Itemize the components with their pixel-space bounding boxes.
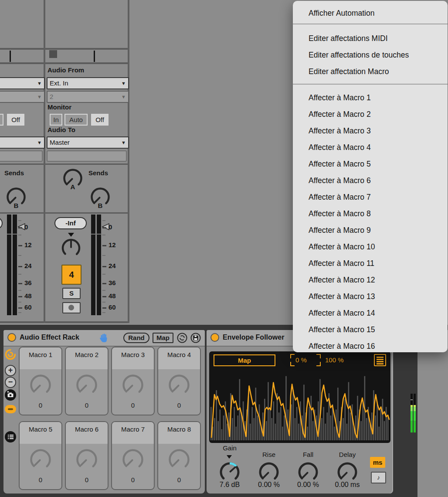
sends-label: Sends: [4, 169, 24, 177]
show-macros-icon[interactable]: [5, 405, 16, 413]
ms-mode-button[interactable]: ms: [370, 457, 385, 468]
macro-knob[interactable]: [75, 373, 99, 397]
macro-label: Macro 2: [66, 351, 108, 358]
rise-value[interactable]: 0.00 %: [250, 481, 288, 489]
output-dropdown[interactable]: ▼: [0, 136, 45, 149]
send-b-knob[interactable]: B: [89, 186, 112, 208]
menu-item-map-to-macro[interactable]: Affecter à Macro 11: [293, 255, 448, 272]
macro-card: Macro 40: [157, 347, 201, 415]
macro-label: Macro 8: [158, 426, 200, 433]
menu-item-show-automation[interactable]: Afficher Automation: [293, 5, 448, 21]
input-channel-dropdown[interactable]: 2▼: [47, 91, 129, 103]
delay-value[interactable]: 0.00 ms: [329, 481, 366, 489]
macro-value[interactable]: 0: [158, 402, 200, 409]
monitor-auto-button[interactable]: Auto: [0, 114, 3, 126]
add-macro-button[interactable]: +: [5, 365, 16, 376]
fall-value[interactable]: 0.00 %: [289, 481, 327, 489]
menu-item-map-to-macro[interactable]: Affecter à Macro 10: [293, 238, 448, 255]
macro-value[interactable]: 0: [66, 476, 108, 483]
rand-button[interactable]: Rand: [123, 333, 149, 343]
menu-item-map-to-macro[interactable]: Affecter à Macro 7: [293, 189, 448, 205]
map-mode-button[interactable]: Map: [153, 333, 173, 343]
menu-item-edit-mapping[interactable]: Editer affectations de touches: [293, 47, 448, 63]
menu-item-map-to-macro[interactable]: Affecter à Macro 15: [293, 321, 448, 338]
volume-value[interactable]: -Inf: [54, 217, 87, 229]
macro-value[interactable]: 0: [66, 402, 108, 409]
ef-min-value[interactable]: 0 %: [295, 356, 307, 364]
device-activator-button[interactable]: [210, 333, 219, 342]
ef-menu-icon[interactable]: [374, 354, 386, 366]
macro-variations-camera-icon[interactable]: [5, 389, 16, 401]
monitor-off-button[interactable]: Off: [91, 114, 109, 126]
fall-knob[interactable]: [296, 460, 320, 484]
menu-item-map-to-macro[interactable]: Affecter à Macro 6: [293, 172, 448, 189]
volume-value[interactable]: -Inf: [0, 217, 3, 229]
macro-knob[interactable]: [28, 447, 53, 472]
macro-variations-refresh-icon[interactable]: [177, 333, 187, 343]
gain-value[interactable]: 7.6 dB: [211, 481, 248, 489]
waveform-display: [210, 369, 390, 440]
delay-knob[interactable]: [336, 460, 359, 484]
macro-knob[interactable]: [167, 447, 191, 472]
macro-value[interactable]: 0: [20, 402, 61, 409]
macro-knob[interactable]: [75, 447, 99, 472]
monitor-off-button[interactable]: Off: [7, 114, 24, 126]
ef-max-value[interactable]: 100 %: [325, 356, 344, 364]
menu-item-edit-mapping[interactable]: Editer affectations MIDI: [293, 30, 448, 47]
macro-label: Macro 3: [112, 351, 154, 358]
input-type-dropdown[interactable]: ▼: [0, 77, 45, 89]
dropdown-arrow-icon: ▼: [121, 137, 126, 148]
output-meter: [411, 394, 416, 432]
macro-card: Macro 30: [111, 347, 155, 415]
menu-item-edit-mapping[interactable]: Editer affectation Macro: [293, 63, 448, 80]
macro-knob[interactable]: [167, 373, 191, 397]
menu-item-map-to-macro[interactable]: Affecter à Macro 9: [293, 222, 448, 238]
pan-knob[interactable]: [60, 237, 82, 259]
audio-from-label: Audio From: [48, 66, 84, 74]
macro-knob[interactable]: [121, 447, 145, 472]
device-title-bar[interactable]: Audio Effect Rack Rand Map: [3, 330, 205, 347]
macro-knob[interactable]: [28, 373, 53, 397]
solo-button[interactable]: S: [62, 288, 81, 299]
menu-item-map-to-macro[interactable]: Affecter à Macro 3: [293, 123, 448, 139]
gain-knob[interactable]: [218, 460, 241, 484]
send-b-knob[interactable]: B: [5, 186, 27, 208]
menu-item-map-to-macro[interactable]: Affecter à Macro 2: [293, 106, 448, 123]
menu-item-map-to-macro[interactable]: Affecter à Macro 5: [293, 156, 448, 172]
menu-item-map-to-macro[interactable]: Affecter à Macro 4: [293, 139, 448, 156]
chain-list-icon[interactable]: [5, 431, 16, 443]
ef-min-range[interactable]: 0 %: [290, 354, 321, 366]
macro-value[interactable]: 0: [20, 476, 61, 483]
note-icon: ♪: [377, 474, 380, 481]
macro-value[interactable]: 0: [158, 476, 200, 483]
rack-fold-icon[interactable]: [5, 349, 16, 360]
save-preset-icon[interactable]: [190, 333, 201, 343]
input-type-dropdown[interactable]: Ext. In▼: [47, 77, 129, 89]
device-activator-button[interactable]: [7, 333, 16, 342]
menu-item-map-to-macro[interactable]: Affecter à Macro 16: [293, 338, 448, 352]
arm-button[interactable]: [62, 302, 81, 313]
macro-value[interactable]: 0: [112, 476, 154, 483]
remove-macro-button[interactable]: −: [5, 377, 16, 388]
input-channel-dropdown[interactable]: ▼: [0, 91, 45, 103]
menu-item-map-to-macro[interactable]: Affecter à Macro 8: [293, 205, 448, 222]
output-dropdown[interactable]: Master▼: [47, 136, 129, 149]
menu-item-map-to-macro[interactable]: Affecter à Macro 14: [293, 305, 448, 321]
monitor-in-button[interactable]: In: [50, 114, 62, 126]
menu-item-map-to-macro[interactable]: Affecter à Macro 13: [293, 288, 448, 305]
sync-mode-button[interactable]: ♪: [371, 472, 386, 483]
dropdown-arrow-icon: ▼: [121, 92, 126, 102]
fall-label: Fall: [293, 451, 323, 458]
clip-stop-button[interactable]: [49, 50, 57, 58]
dropdown-arrow-icon: ▼: [121, 78, 126, 89]
send-a-knob[interactable]: A: [61, 167, 84, 190]
menu-item-map-to-macro[interactable]: Affecter à Macro 12: [293, 272, 448, 288]
menu-item-map-to-macro[interactable]: Affecter à Macro 1: [293, 89, 448, 106]
rise-knob[interactable]: [257, 460, 281, 484]
ef-map-button[interactable]: Map: [214, 354, 275, 366]
monitor-switch: In Auto Off: [46, 114, 128, 126]
macro-knob[interactable]: [121, 373, 145, 397]
monitor-auto-button[interactable]: Auto: [64, 114, 88, 126]
track-number-button[interactable]: 4: [61, 265, 81, 285]
macro-value[interactable]: 0: [112, 402, 154, 409]
